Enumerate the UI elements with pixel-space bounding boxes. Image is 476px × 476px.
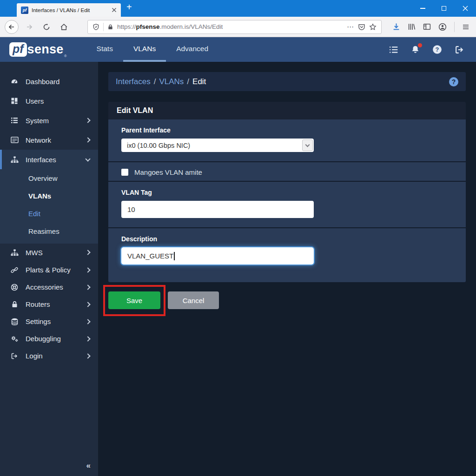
sidebar-item-settings[interactable]: Settings	[0, 313, 98, 330]
toolbar-separator	[454, 22, 455, 32]
lock-icon[interactable]	[107, 24, 113, 30]
description-input[interactable]: VLAN_GUEST	[121, 247, 314, 264]
nav-link-vlans[interactable]: VLANs	[123, 37, 166, 62]
list-icon	[10, 117, 19, 124]
sidebar-item-label: Dashboard	[26, 78, 60, 86]
minimize-button[interactable]	[412, 0, 433, 17]
browser-tab[interactable]: pf Interfaces / VLANs / Edit	[17, 3, 121, 17]
save-button[interactable]: Save	[108, 291, 160, 309]
close-button[interactable]	[455, 0, 476, 17]
pocket-icon[interactable]	[358, 23, 365, 31]
url-bar[interactable]: https://pfsense.modern.is/VLANs/Edit ⋯	[87, 20, 382, 34]
window-titlebar: pf Interfaces / VLANs / Edit +	[0, 0, 476, 17]
sidebar-subitem-reasimes[interactable]: Reasimes	[0, 222, 98, 240]
vlan-tag-label: VLAN Tag	[121, 189, 453, 196]
sidebar-item-label: Interfaces	[26, 156, 56, 164]
main-content: Interfaces / VLANs / Edit ? Edit VLAN Pa…	[98, 62, 476, 476]
vlan-checkbox-label: Mangoes VLAN amite	[134, 168, 202, 176]
sidebar-toggle-icon[interactable]	[423, 23, 431, 31]
window-controls	[412, 0, 476, 17]
grid-icon	[10, 97, 19, 105]
nav-link-advanced[interactable]: Advanced	[166, 37, 218, 62]
library-icon[interactable]	[408, 23, 416, 31]
parent-interface-row: Parent Interface ix0 (10.00 Gbps NIC)	[108, 119, 466, 161]
sidebar-item-debuggling[interactable]: Debuggling	[0, 330, 98, 347]
gauge-icon	[10, 78, 19, 85]
sidebar-interfaces-group: Interfaces Overview VLANs Edit Reasimes	[0, 150, 98, 244]
card-icon	[10, 137, 19, 143]
notification-badge	[418, 43, 422, 47]
chevron-right-icon	[85, 336, 90, 341]
gears-icon	[10, 335, 19, 343]
page-help-icon[interactable]: ?	[449, 77, 458, 86]
chevron-right-icon	[85, 137, 90, 142]
account-icon[interactable]	[438, 23, 447, 31]
signout-icon	[10, 352, 19, 360]
sidebar-item-system[interactable]: System	[0, 111, 98, 130]
sidebar-item-accessories[interactable]: Accessories	[0, 278, 98, 296]
browser-toolbar: https://pfsense.modern.is/VLANs/Edit ⋯	[0, 17, 476, 37]
help-icon[interactable]: ?	[432, 45, 442, 54]
tracking-protection-shield-icon[interactable]	[93, 23, 99, 31]
tab-close-icon[interactable]	[112, 7, 117, 13]
panel-title: Edit VLAN	[108, 102, 466, 119]
maximize-button[interactable]	[433, 0, 455, 17]
page-actions-icon[interactable]: ⋯	[347, 23, 354, 31]
vlan-checkbox[interactable]	[121, 169, 128, 176]
url-protocol: https://	[117, 23, 136, 30]
sidebar-collapse-button[interactable]: «	[86, 461, 91, 470]
forward-button[interactable]	[23, 20, 36, 33]
sitemap-icon	[10, 156, 19, 163]
link-icon	[10, 266, 19, 274]
home-button[interactable]	[57, 20, 70, 33]
new-tab-button[interactable]: +	[126, 2, 132, 13]
notifications-bell-icon[interactable]	[411, 45, 420, 54]
navbar-icons: ?	[389, 37, 464, 62]
sidebar-item-plarts-policy[interactable]: Plarts & Policy	[0, 261, 98, 278]
vlan-tag-row: VLAN Tag	[108, 181, 466, 227]
logout-icon[interactable]	[455, 45, 464, 54]
reload-button[interactable]	[40, 20, 53, 33]
chevron-right-icon	[85, 250, 90, 255]
pfsense-logo[interactable]: pf sense ®	[9, 37, 67, 62]
app-navbar: pf sense ® Stats VLANs Advanced ?	[0, 37, 476, 62]
nav-link-stats[interactable]: Stats	[86, 37, 123, 62]
select-dropdown-button[interactable]	[302, 139, 313, 151]
breadcrumb-separator: /	[187, 77, 189, 86]
description-row: Description VLAN_GUEST	[108, 227, 466, 282]
url-domain: pfsense	[136, 23, 160, 30]
sidebar-item-network[interactable]: Network	[0, 130, 98, 150]
sidebar-item-routers[interactable]: Routers	[0, 296, 98, 313]
sidebar-item-label: System	[26, 117, 49, 125]
breadcrumb-vlans-link[interactable]: VLANs	[159, 77, 184, 86]
sidebar-item-interfaces[interactable]: Interfaces	[0, 150, 98, 169]
sidebar-item-label: Network	[26, 136, 51, 144]
menu-icon[interactable]	[462, 23, 469, 31]
screen: pf Interfaces / VLANs / Edit +	[0, 0, 476, 476]
sidebar-item-dashboard[interactable]: Dashboard	[0, 72, 98, 91]
breadcrumb-interfaces-link[interactable]: Interfaces	[116, 77, 151, 86]
sidebar-item-mws[interactable]: MWS	[0, 244, 98, 261]
sidebar-subitem-overview[interactable]: Overview	[0, 169, 98, 187]
sidebar-item-label: Login	[26, 352, 43, 360]
bookmark-star-icon[interactable]	[369, 23, 377, 31]
sidebar-subitem-edit[interactable]: Edit	[0, 205, 98, 222]
parent-interface-select[interactable]: ix0 (10.00 Gbps NIC)	[121, 139, 314, 152]
breadcrumb: Interfaces / VLANs / Edit ?	[108, 72, 466, 91]
sidebar-subitem-vlans[interactable]: VLANs	[0, 187, 98, 205]
sidebar-item-label: Debuggling	[26, 335, 61, 343]
sidebar-item-label: MWS	[26, 249, 43, 257]
sidebar-item-login[interactable]: Login	[0, 347, 98, 364]
sitemap-icon	[10, 249, 19, 256]
sidebar: Dashboard Users System Network	[0, 62, 98, 476]
back-button[interactable]	[5, 20, 19, 34]
cancel-button[interactable]: Cancel	[168, 291, 219, 309]
pfsense-logo-pf: pf	[9, 42, 27, 57]
breadcrumb-current: Edit	[192, 77, 206, 86]
url-text[interactable]: https://pfsense.modern.is/VLANs/Edit	[117, 23, 343, 30]
description-label: Description	[121, 235, 453, 243]
downloads-icon[interactable]	[392, 23, 400, 31]
vlan-tag-input[interactable]	[121, 201, 314, 218]
status-list-icon[interactable]	[389, 46, 398, 54]
sidebar-item-users[interactable]: Users	[0, 91, 98, 111]
